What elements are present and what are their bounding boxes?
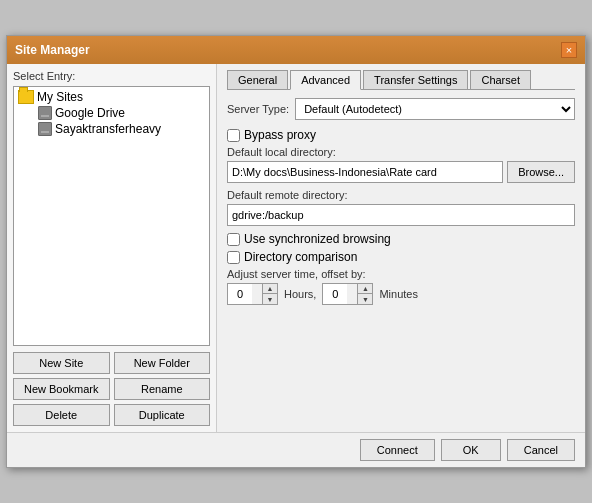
tab-advanced[interactable]: Advanced xyxy=(290,70,361,90)
hours-spinner xyxy=(227,283,263,305)
window-body: Select Entry: My Sites Google Drive xyxy=(7,64,585,467)
sync-browsing-row: Use synchronized browsing xyxy=(227,232,575,246)
hours-label: Hours, xyxy=(284,288,316,300)
window-title: Site Manager xyxy=(15,43,90,57)
minutes-up-button[interactable]: ▲ xyxy=(358,284,372,294)
sync-browsing-label: Use synchronized browsing xyxy=(244,232,391,246)
remote-dir-label: Default remote directory: xyxy=(227,189,575,201)
drive-icon xyxy=(38,106,52,120)
drive-icon xyxy=(38,122,52,136)
tabs: General Advanced Transfer Settings Chars… xyxy=(227,70,575,90)
title-bar: Site Manager × xyxy=(7,36,585,64)
tree-item-label: My Sites xyxy=(37,90,83,104)
new-bookmark-button[interactable]: New Bookmark xyxy=(13,378,110,400)
hours-up-button[interactable]: ▲ xyxy=(263,284,277,294)
tree-item-label: Google Drive xyxy=(55,106,125,120)
tab-charset[interactable]: Charset xyxy=(470,70,531,89)
sync-browsing-checkbox[interactable] xyxy=(227,233,240,246)
hours-input[interactable] xyxy=(228,284,252,304)
tree-item-googledrive[interactable]: Google Drive xyxy=(16,105,207,121)
connect-button[interactable]: Connect xyxy=(360,439,435,461)
local-dir-input[interactable] xyxy=(227,161,503,183)
local-dir-section: Default local directory: Browse... xyxy=(227,146,575,183)
right-panel: General Advanced Transfer Settings Chars… xyxy=(217,64,585,432)
folder-icon xyxy=(18,90,34,104)
tab-general[interactable]: General xyxy=(227,70,288,89)
tree-item-sayaktransferheavy[interactable]: Sayaktransferheavy xyxy=(16,121,207,137)
server-type-row: Server Type: Default (Autodetect) FTP SF… xyxy=(227,98,575,120)
minutes-label: Minutes xyxy=(379,288,418,300)
new-folder-button[interactable]: New Folder xyxy=(114,352,211,374)
left-buttons: New Site New Folder New Bookmark Rename … xyxy=(13,352,210,426)
cancel-button[interactable]: Cancel xyxy=(507,439,575,461)
remote-dir-input[interactable] xyxy=(227,204,575,226)
local-dir-label: Default local directory: xyxy=(227,146,575,158)
rename-button[interactable]: Rename xyxy=(114,378,211,400)
browse-button[interactable]: Browse... xyxy=(507,161,575,183)
bypass-proxy-row: Bypass proxy xyxy=(227,128,575,142)
delete-button[interactable]: Delete xyxy=(13,404,110,426)
close-button[interactable]: × xyxy=(561,42,577,58)
dir-comparison-checkbox[interactable] xyxy=(227,251,240,264)
duplicate-button[interactable]: Duplicate xyxy=(114,404,211,426)
minutes-spinner xyxy=(322,283,358,305)
select-entry-label: Select Entry: xyxy=(13,70,210,82)
bypass-proxy-checkbox[interactable] xyxy=(227,129,240,142)
tab-transfer-settings[interactable]: Transfer Settings xyxy=(363,70,468,89)
remote-dir-section: Default remote directory: xyxy=(227,189,575,226)
dir-comparison-row: Directory comparison xyxy=(227,250,575,264)
local-dir-input-group: Browse... xyxy=(227,161,575,183)
bottom-bar: Connect OK Cancel xyxy=(7,432,585,467)
tree-item-label: Sayaktransferheavy xyxy=(55,122,161,136)
time-offset-group: ▲ ▼ Hours, ▲ ▼ Minutes xyxy=(227,283,575,305)
new-site-button[interactable]: New Site xyxy=(13,352,110,374)
dir-comparison-label: Directory comparison xyxy=(244,250,357,264)
minutes-arrows: ▲ ▼ xyxy=(358,283,373,305)
hours-arrows: ▲ ▼ xyxy=(263,283,278,305)
adjust-time-label: Adjust server time, offset by: xyxy=(227,268,575,280)
adjust-time-section: Adjust server time, offset by: ▲ ▼ Hours… xyxy=(227,268,575,305)
main-area: Select Entry: My Sites Google Drive xyxy=(7,64,585,432)
minutes-down-button[interactable]: ▼ xyxy=(358,294,372,304)
left-panel: Select Entry: My Sites Google Drive xyxy=(7,64,217,432)
server-type-label: Server Type: xyxy=(227,103,289,115)
server-type-select[interactable]: Default (Autodetect) FTP SFTP FTPS xyxy=(295,98,575,120)
bypass-proxy-label: Bypass proxy xyxy=(244,128,316,142)
tree-item-mysites[interactable]: My Sites xyxy=(16,89,207,105)
site-manager-window: Site Manager × Select Entry: My Sites Go… xyxy=(6,35,586,468)
hours-down-button[interactable]: ▼ xyxy=(263,294,277,304)
minutes-input[interactable] xyxy=(323,284,347,304)
tree-area: My Sites Google Drive Sayaktransferheavy xyxy=(13,86,210,346)
ok-button[interactable]: OK xyxy=(441,439,501,461)
